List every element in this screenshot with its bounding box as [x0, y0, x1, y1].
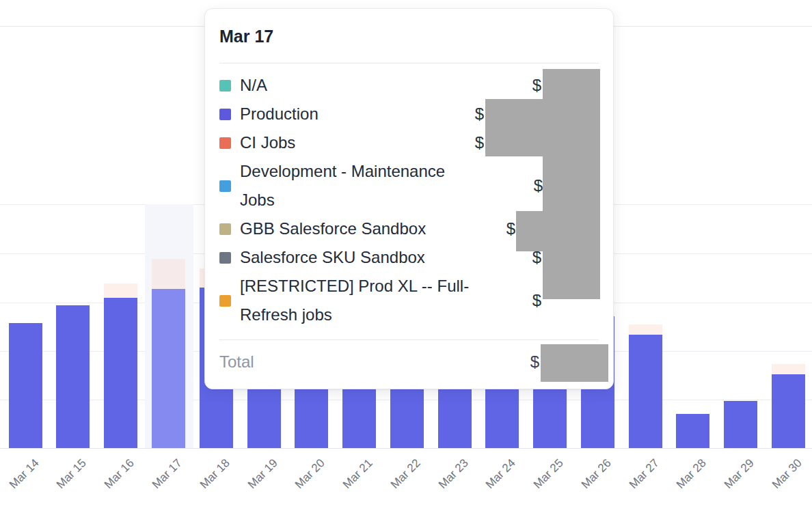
bar-segment-light-mar-16[interactable]: [104, 283, 137, 298]
x-tick-label-mar-21: Mar 21: [341, 457, 375, 491]
bar-mar-30[interactable]: [772, 374, 805, 448]
x-tick-label-mar-24: Mar 24: [484, 457, 518, 491]
x-tick-label-mar-15: Mar 15: [55, 457, 89, 491]
x-tick-label-mar-19: Mar 19: [246, 457, 280, 491]
bar-mar-17[interactable]: [152, 289, 185, 448]
bar-mar-14[interactable]: [9, 323, 42, 448]
legend-swatch-icon: [219, 252, 231, 264]
x-tick-label-mar-30: Mar 30: [770, 457, 804, 491]
tooltip-row: Development - Maintenance Jobs$: [219, 157, 599, 214]
redacted-value-box: [516, 211, 543, 251]
tooltip-divider-total: [219, 339, 599, 340]
legend-swatch-icon: [219, 180, 231, 192]
x-tick-label-mar-17: Mar 17: [150, 457, 185, 491]
x-tick-label-mar-16: Mar 16: [103, 457, 137, 491]
x-tick-label-mar-20: Mar 20: [293, 457, 327, 491]
tooltip-row: [RESTRICTED] Prod XL -- Full-Refresh job…: [219, 272, 599, 329]
legend-swatch-icon: [219, 295, 231, 307]
tooltip-row-label: GBB Salesforce Sandbox: [240, 214, 426, 243]
redacted-value-box: [485, 99, 543, 156]
x-tick-label-mar-27: Mar 27: [627, 457, 662, 491]
tooltip-row-label: Production: [240, 100, 319, 128]
bar-segment-light-mar-17[interactable]: [152, 259, 185, 289]
tooltip-row-label: [RESTRICTED] Prod XL -- Full-Refresh job…: [240, 272, 472, 329]
x-tick-label-mar-14: Mar 14: [8, 457, 42, 491]
bar-mar-20[interactable]: [295, 389, 328, 448]
tooltip-row-label: Development - Maintenance Jobs: [240, 157, 472, 214]
x-axis-line: [0, 448, 812, 449]
bar-mar-24[interactable]: [485, 389, 519, 448]
bar-mar-21[interactable]: [342, 389, 376, 448]
legend-swatch-icon: [219, 223, 231, 235]
tooltip-row: N/A$: [219, 71, 599, 100]
x-tick-label-mar-26: Mar 26: [580, 457, 614, 491]
tooltip-row-label: N/A: [240, 71, 267, 100]
bar-mar-27[interactable]: [629, 335, 662, 448]
bar-segment-light-mar-30[interactable]: [772, 364, 805, 374]
bar-mar-25[interactable]: [533, 389, 567, 448]
bar-mar-19[interactable]: [247, 389, 281, 448]
tooltip-divider-top: [219, 63, 599, 64]
x-tick-label-mar-28: Mar 28: [675, 457, 709, 491]
redacted-value-box: [543, 69, 600, 299]
bar-segment-light-mar-27[interactable]: [629, 324, 662, 335]
legend-swatch-icon: [219, 109, 231, 120]
x-tick-label-mar-29: Mar 29: [722, 457, 757, 491]
bar-mar-15[interactable]: [56, 305, 90, 448]
x-tick-label-mar-25: Mar 25: [532, 457, 566, 491]
x-tick-label-mar-18: Mar 18: [198, 457, 232, 491]
tooltip-title: Mar 17: [219, 27, 599, 46]
x-tick-label-mar-23: Mar 23: [437, 457, 471, 491]
bar-mar-28[interactable]: [676, 414, 709, 448]
cost-bar-chart[interactable]: Mar 14Mar 15Mar 16Mar 17Mar 18Mar 19Mar …: [0, 0, 812, 515]
tooltip-total-label: Total: [219, 348, 254, 376]
x-tick-label-mar-22: Mar 22: [389, 457, 423, 491]
tooltip-row-label: CI Jobs: [240, 128, 295, 157]
tooltip-row-label: Salesforce SKU Sandbox: [240, 243, 425, 272]
bar-mar-23[interactable]: [438, 389, 472, 448]
legend-swatch-icon: [219, 137, 231, 149]
legend-swatch-icon: [219, 80, 231, 92]
bar-mar-29[interactable]: [724, 401, 757, 448]
chart-tooltip: Mar 17 N/A$Production$CI Jobs$Developmen…: [204, 8, 614, 389]
redacted-value-box: [541, 344, 608, 382]
bar-mar-16[interactable]: [104, 298, 137, 448]
bar-mar-22[interactable]: [390, 389, 424, 448]
